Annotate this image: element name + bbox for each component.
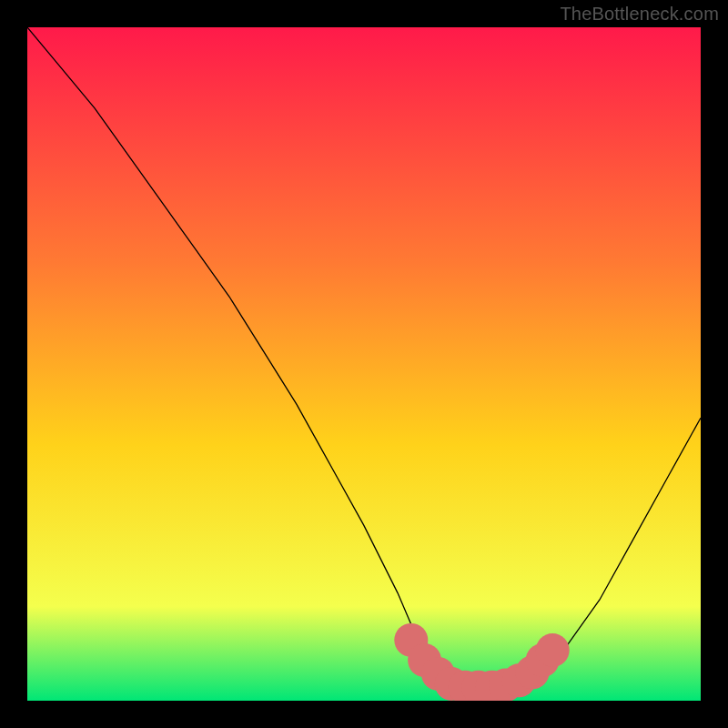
plot-area <box>27 27 701 701</box>
chart-svg <box>27 27 701 701</box>
watermark-text: TheBottleneck.com <box>560 4 719 25</box>
chart-frame: TheBottleneck.com <box>0 0 728 728</box>
marker-dot <box>536 633 570 667</box>
